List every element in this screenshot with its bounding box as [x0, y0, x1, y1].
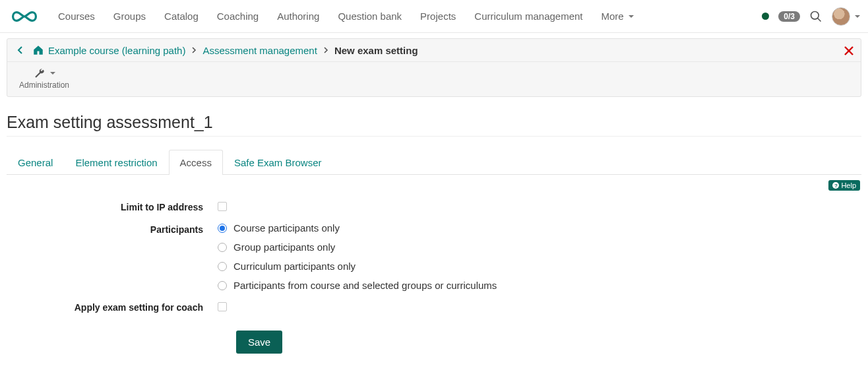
participants-option-mixed[interactable]: Participants from course and selected gr… [218, 280, 861, 291]
breadcrumb-toolbar: Example course (learning path) Assessmen… [7, 38, 861, 97]
row-apply-coach: Apply exam setting for coach [7, 300, 861, 313]
svg-point-0 [811, 11, 819, 19]
chevron-down-icon [50, 72, 55, 75]
home-icon[interactable] [32, 44, 44, 56]
limit-ip-label: Limit to IP address [7, 200, 218, 212]
radio-icon [218, 262, 227, 271]
nav-more[interactable]: More [592, 0, 643, 33]
participants-option-label: Group participants only [233, 241, 335, 253]
administration-label: Administration [19, 80, 69, 90]
admin-row: Administration [7, 62, 861, 96]
administration-menu[interactable]: Administration [19, 67, 69, 90]
tab-safe-exam-browser[interactable]: Safe Exam Browser [223, 150, 333, 175]
nav-courses[interactable]: Courses [49, 0, 104, 33]
nav-projects[interactable]: Projects [411, 0, 465, 33]
brand-logo[interactable] [8, 7, 41, 26]
limit-ip-checkbox[interactable] [218, 202, 227, 211]
nav-question-bank[interactable]: Question bank [328, 0, 411, 33]
tab-access[interactable]: Access [169, 150, 223, 175]
breadcrumb-course[interactable]: Example course (learning path) [48, 45, 185, 56]
help-button[interactable]: ? Help [828, 180, 860, 191]
chevron-right-icon [323, 47, 329, 53]
breadcrumb-section[interactable]: Assessment management [202, 45, 317, 56]
tabs: General Element restriction Access Safe … [7, 150, 861, 175]
top-navbar: Courses Groups Catalog Coaching Authorin… [0, 0, 868, 33]
save-button[interactable]: Save [236, 331, 282, 354]
wrench-icon [34, 67, 46, 79]
access-form: Limit to IP address Participants Course … [7, 200, 861, 354]
participants-option-curriculum[interactable]: Curriculum participants only [218, 261, 861, 272]
avatar [832, 7, 850, 26]
radio-icon [218, 243, 227, 252]
participants-option-group[interactable]: Group participants only [218, 241, 861, 253]
button-row: Save [236, 323, 861, 354]
participants-label: Participants [7, 222, 218, 235]
breadcrumb-current: New exam setting [334, 45, 418, 56]
radio-icon [218, 224, 227, 233]
nav-groups[interactable]: Groups [104, 0, 155, 33]
chevron-right-icon [191, 47, 197, 53]
nav-more-label: More [602, 0, 624, 33]
participants-option-label: Course participants only [233, 222, 340, 234]
nav-authoring[interactable]: Authoring [268, 0, 328, 33]
search-icon[interactable] [809, 10, 822, 23]
row-participants: Participants Course participants only Gr… [7, 222, 861, 291]
nav-links: Courses Groups Catalog Coaching Authorin… [49, 0, 643, 33]
chevron-down-icon [855, 15, 860, 18]
back-icon[interactable] [15, 45, 26, 55]
nav-curriculum-management[interactable]: Curriculum management [465, 0, 592, 33]
help-icon: ? [832, 182, 839, 189]
row-limit-ip: Limit to IP address [7, 200, 861, 213]
tab-element-restriction[interactable]: Element restriction [64, 150, 168, 175]
page-title: Exam setting assessment_1 [7, 113, 861, 137]
infinity-icon [9, 9, 40, 24]
radio-icon [218, 281, 227, 290]
participants-option-label: Participants from course and selected gr… [233, 280, 497, 291]
apply-coach-label: Apply exam setting for coach [7, 300, 218, 313]
status-dot-icon [762, 13, 769, 20]
nav-coaching[interactable]: Coaching [208, 0, 268, 33]
help-label: Help [841, 181, 856, 189]
breadcrumb: Example course (learning path) Assessmen… [7, 39, 861, 62]
participants-option-course[interactable]: Course participants only [218, 222, 861, 234]
tab-general[interactable]: General [7, 150, 64, 175]
chevron-down-icon [629, 15, 634, 18]
participants-option-label: Curriculum participants only [233, 261, 356, 272]
apply-coach-checkbox[interactable] [218, 302, 227, 311]
close-icon[interactable] [844, 46, 854, 56]
user-menu[interactable] [832, 7, 860, 26]
nav-catalog[interactable]: Catalog [155, 0, 208, 33]
status-count-pill[interactable]: 0/3 [778, 11, 800, 22]
nav-right: 0/3 [762, 7, 860, 26]
help-row: ? Help [7, 180, 860, 191]
participants-radio-group: Course participants only Group participa… [218, 222, 861, 291]
svg-line-1 [818, 18, 821, 21]
